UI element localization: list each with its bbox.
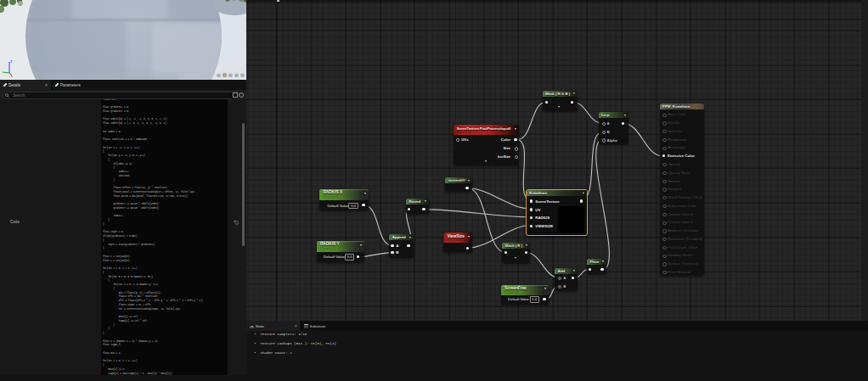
svg-text:x: x: [11, 74, 13, 78]
svg-text:z: z: [10, 59, 13, 64]
